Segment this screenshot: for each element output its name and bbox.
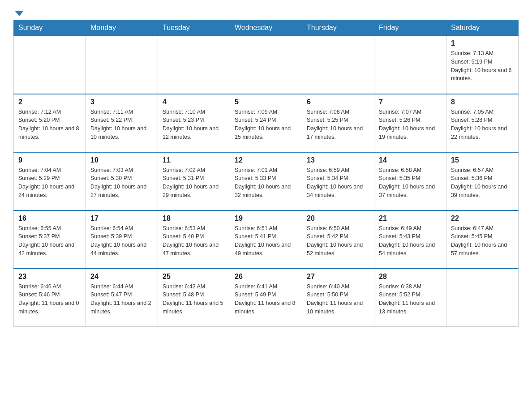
day-number: 23 (18, 273, 81, 281)
calendar-day-cell: 2Sunrise: 7:12 AMSunset: 5:20 PMDaylight… (14, 94, 86, 152)
calendar-day-cell: 16Sunrise: 6:55 AMSunset: 5:37 PMDayligh… (14, 210, 86, 269)
logo-arrow-icon (15, 11, 24, 16)
day-info: Sunrise: 6:40 AMSunset: 5:50 PMDaylight:… (307, 283, 369, 316)
column-header-monday: Monday (86, 20, 158, 36)
day-number: 24 (90, 273, 153, 281)
calendar-day-cell: 25Sunrise: 6:43 AMSunset: 5:48 PMDayligh… (158, 269, 230, 327)
calendar-day-cell: 11Sunrise: 7:02 AMSunset: 5:31 PMDayligh… (158, 152, 230, 210)
day-number: 21 (379, 214, 442, 223)
calendar-day-cell: 3Sunrise: 7:11 AMSunset: 5:22 PMDaylight… (86, 94, 158, 152)
calendar-header-row: SundayMondayTuesdayWednesdayThursdayFrid… (14, 20, 519, 36)
calendar-week-row: 16Sunrise: 6:55 AMSunset: 5:37 PMDayligh… (14, 210, 519, 269)
column-header-thursday: Thursday (302, 20, 374, 36)
calendar-day-cell: 22Sunrise: 6:47 AMSunset: 5:45 PMDayligh… (446, 210, 519, 269)
day-number: 16 (18, 214, 81, 223)
logo (13, 9, 24, 15)
day-number: 1 (451, 39, 514, 47)
day-number: 18 (163, 214, 225, 223)
column-header-tuesday: Tuesday (158, 20, 230, 36)
calendar-day-cell: 17Sunrise: 6:54 AMSunset: 5:39 PMDayligh… (86, 210, 158, 269)
calendar-day-cell: 20Sunrise: 6:50 AMSunset: 5:42 PMDayligh… (302, 210, 374, 269)
logo-general (13, 9, 24, 16)
column-header-wednesday: Wednesday (230, 20, 302, 36)
day-number: 17 (90, 214, 153, 223)
day-number: 13 (307, 156, 369, 164)
day-info: Sunrise: 6:38 AMSunset: 5:52 PMDaylight:… (379, 283, 442, 316)
day-info: Sunrise: 6:57 AMSunset: 5:36 PMDaylight:… (451, 166, 514, 200)
day-info: Sunrise: 6:50 AMSunset: 5:42 PMDaylight:… (307, 224, 369, 258)
calendar-day-cell: 21Sunrise: 6:49 AMSunset: 5:43 PMDayligh… (374, 210, 446, 269)
day-number: 25 (163, 273, 225, 281)
day-info: Sunrise: 6:47 AMSunset: 5:45 PMDaylight:… (451, 224, 514, 258)
day-number: 27 (307, 273, 369, 281)
calendar-day-cell: 12Sunrise: 7:01 AMSunset: 5:33 PMDayligh… (230, 152, 302, 210)
day-info: Sunrise: 7:09 AMSunset: 5:24 PMDaylight:… (235, 108, 297, 141)
calendar-week-row: 2Sunrise: 7:12 AMSunset: 5:20 PMDaylight… (14, 94, 519, 152)
calendar-day-cell: 14Sunrise: 6:58 AMSunset: 5:35 PMDayligh… (374, 152, 446, 210)
calendar-day-cell (374, 36, 446, 94)
day-number: 19 (235, 214, 297, 223)
day-number: 7 (379, 98, 442, 106)
day-info: Sunrise: 6:54 AMSunset: 5:39 PMDaylight:… (90, 224, 153, 258)
calendar-day-cell: 9Sunrise: 7:04 AMSunset: 5:29 PMDaylight… (14, 152, 86, 210)
day-info: Sunrise: 6:59 AMSunset: 5:34 PMDaylight:… (307, 166, 369, 200)
day-number: 20 (307, 214, 369, 223)
calendar-day-cell: 7Sunrise: 7:07 AMSunset: 5:26 PMDaylight… (374, 94, 446, 152)
day-info: Sunrise: 6:49 AMSunset: 5:43 PMDaylight:… (379, 224, 442, 258)
calendar-day-cell (14, 36, 86, 94)
day-info: Sunrise: 6:58 AMSunset: 5:35 PMDaylight:… (379, 166, 442, 200)
day-number: 11 (163, 156, 225, 164)
calendar-table: SundayMondayTuesdayWednesdayThursdayFrid… (13, 20, 519, 327)
calendar-day-cell (158, 36, 230, 94)
day-info: Sunrise: 7:07 AMSunset: 5:26 PMDaylight:… (379, 108, 442, 141)
day-info: Sunrise: 6:41 AMSunset: 5:49 PMDaylight:… (235, 283, 297, 316)
day-number: 12 (235, 156, 297, 164)
day-info: Sunrise: 6:43 AMSunset: 5:48 PMDaylight:… (163, 283, 225, 316)
calendar-day-cell: 13Sunrise: 6:59 AMSunset: 5:34 PMDayligh… (302, 152, 374, 210)
column-header-friday: Friday (374, 20, 446, 36)
day-info: Sunrise: 6:46 AMSunset: 5:46 PMDaylight:… (18, 283, 81, 316)
calendar-week-row: 1Sunrise: 7:13 AMSunset: 5:19 PMDaylight… (14, 36, 519, 94)
calendar-day-cell: 23Sunrise: 6:46 AMSunset: 5:46 PMDayligh… (14, 269, 86, 327)
page-header (13, 9, 519, 15)
calendar-week-row: 23Sunrise: 6:46 AMSunset: 5:46 PMDayligh… (14, 269, 519, 327)
calendar-day-cell: 15Sunrise: 6:57 AMSunset: 5:36 PMDayligh… (446, 152, 519, 210)
day-info: Sunrise: 7:11 AMSunset: 5:22 PMDaylight:… (90, 108, 153, 141)
day-number: 9 (18, 156, 81, 164)
calendar-day-cell: 5Sunrise: 7:09 AMSunset: 5:24 PMDaylight… (230, 94, 302, 152)
day-number: 10 (90, 156, 153, 164)
calendar-day-cell: 28Sunrise: 6:38 AMSunset: 5:52 PMDayligh… (374, 269, 446, 327)
day-number: 26 (235, 273, 297, 281)
calendar-day-cell: 18Sunrise: 6:53 AMSunset: 5:40 PMDayligh… (158, 210, 230, 269)
calendar-day-cell: 1Sunrise: 7:13 AMSunset: 5:19 PMDaylight… (446, 36, 519, 94)
day-number: 28 (379, 273, 442, 281)
calendar-day-cell (446, 269, 519, 327)
calendar-day-cell (302, 36, 374, 94)
column-header-sunday: Sunday (14, 20, 86, 36)
calendar-day-cell: 10Sunrise: 7:03 AMSunset: 5:30 PMDayligh… (86, 152, 158, 210)
calendar-day-cell: 24Sunrise: 6:44 AMSunset: 5:47 PMDayligh… (86, 269, 158, 327)
day-info: Sunrise: 7:03 AMSunset: 5:30 PMDaylight:… (90, 166, 153, 200)
day-info: Sunrise: 6:53 AMSunset: 5:40 PMDaylight:… (163, 224, 225, 258)
day-info: Sunrise: 7:05 AMSunset: 5:28 PMDaylight:… (451, 108, 514, 141)
calendar-day-cell: 19Sunrise: 6:51 AMSunset: 5:41 PMDayligh… (230, 210, 302, 269)
day-info: Sunrise: 7:13 AMSunset: 5:19 PMDaylight:… (451, 49, 514, 83)
day-number: 2 (18, 98, 81, 106)
day-info: Sunrise: 6:55 AMSunset: 5:37 PMDaylight:… (18, 224, 81, 258)
calendar-day-cell: 4Sunrise: 7:10 AMSunset: 5:23 PMDaylight… (158, 94, 230, 152)
day-number: 14 (379, 156, 442, 164)
calendar-day-cell (230, 36, 302, 94)
day-info: Sunrise: 7:10 AMSunset: 5:23 PMDaylight:… (163, 108, 225, 141)
day-number: 8 (451, 98, 514, 106)
day-number: 5 (235, 98, 297, 106)
day-info: Sunrise: 7:04 AMSunset: 5:29 PMDaylight:… (18, 166, 81, 200)
day-info: Sunrise: 7:01 AMSunset: 5:33 PMDaylight:… (235, 166, 297, 200)
day-number: 15 (451, 156, 514, 164)
calendar-day-cell: 6Sunrise: 7:08 AMSunset: 5:25 PMDaylight… (302, 94, 374, 152)
calendar-day-cell: 26Sunrise: 6:41 AMSunset: 5:49 PMDayligh… (230, 269, 302, 327)
day-number: 4 (163, 98, 225, 106)
day-info: Sunrise: 6:51 AMSunset: 5:41 PMDaylight:… (235, 224, 297, 258)
day-info: Sunrise: 7:08 AMSunset: 5:25 PMDaylight:… (307, 108, 369, 141)
column-header-saturday: Saturday (446, 20, 519, 36)
day-info: Sunrise: 7:02 AMSunset: 5:31 PMDaylight:… (163, 166, 225, 200)
